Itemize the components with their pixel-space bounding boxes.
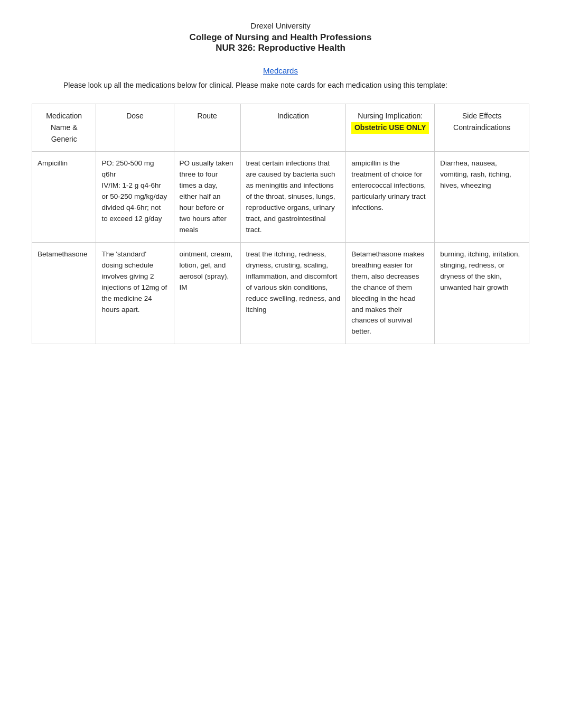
col-header-route: Route <box>174 104 240 152</box>
table-header-row: Medication Name & Generic Dose Route Ind… <box>32 104 529 152</box>
college-name: College of Nursing and Health Profession… <box>32 32 529 43</box>
cell-nursing-1: Betamethasone makes breathing easier for… <box>346 242 435 344</box>
medications-table: Medication Name & Generic Dose Route Ind… <box>32 104 529 344</box>
col-header-dose: Dose <box>96 104 174 152</box>
page-header: Drexel University College of Nursing and… <box>32 21 529 53</box>
cell-med_name-1: Betamethasone <box>32 242 96 344</box>
col-header-indication: Indication <box>240 104 346 152</box>
cell-route-0: PO usually taken three to four times a d… <box>174 152 240 242</box>
cell-med_name-0: Ampicillin <box>32 152 96 242</box>
col-header-nursing: Nursing Implication: Obstetric USE ONLY <box>346 104 435 152</box>
medcards-section: Medcards Please look up all the medicati… <box>32 66 529 91</box>
cell-nursing-0: ampicillin is the treatment of choice fo… <box>346 152 435 242</box>
table-row: BetamethasoneThe 'standard' dosing sched… <box>32 242 529 344</box>
medcards-link[interactable]: Medcards <box>263 66 298 75</box>
col-header-side-effects: Side Effects Contraindications <box>435 104 529 152</box>
cell-dose-1: The 'standard' dosing schedule involves … <box>96 242 174 344</box>
cell-side_effects-0: Diarrhea, nausea, vomiting, rash, itchin… <box>435 152 529 242</box>
medcards-link-container: Medcards <box>32 66 529 75</box>
cell-route-1: ointment, cream, lotion, gel, and aeroso… <box>174 242 240 344</box>
medications-table-wrapper: Medication Name & Generic Dose Route Ind… <box>32 104 529 344</box>
medcards-description: Please look up all the medications below… <box>63 79 498 91</box>
cell-indication-0: treat certain infections that are caused… <box>240 152 346 242</box>
cell-indication-1: treat the itching, redness, dryness, cru… <box>240 242 346 344</box>
university-name: Drexel University <box>32 21 529 30</box>
table-row: AmpicillinPO: 250-500 mg q6hrIV/IM: 1-2 … <box>32 152 529 242</box>
course-name: NUR 326: Reproductive Health <box>32 43 529 53</box>
cell-dose-0: PO: 250-500 mg q6hrIV/IM: 1-2 g q4-6hr o… <box>96 152 174 242</box>
cell-side_effects-1: burning, itching, irritation, stinging, … <box>435 242 529 344</box>
col-header-med-name: Medication Name & Generic <box>32 104 96 152</box>
